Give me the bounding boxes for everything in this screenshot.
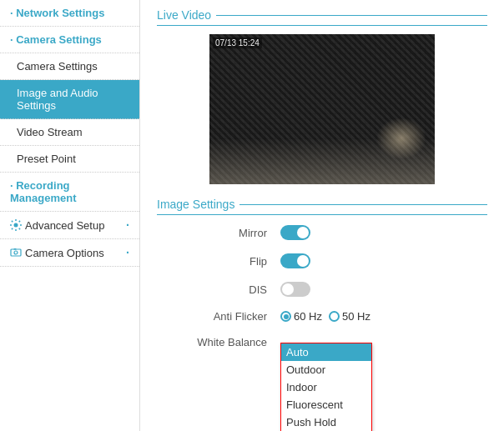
radio-50hz[interactable] xyxy=(329,311,340,322)
wb-option-auto[interactable]: Auto xyxy=(281,343,371,361)
flip-label: Flip xyxy=(172,255,280,268)
sidebar-item-advanced-setup[interactable]: Advanced Setup · xyxy=(0,212,139,239)
sidebar-item-preset-point[interactable]: Preset Point xyxy=(0,146,139,173)
expand-icon-cam: · xyxy=(126,246,129,259)
sidebar-item-image-audio-settings[interactable]: Image and Audio Settings xyxy=(0,80,139,119)
mirror-control xyxy=(280,225,472,240)
svg-point-0 xyxy=(14,223,18,228)
sidebar-item-video-stream[interactable]: Video Stream xyxy=(0,119,139,146)
sidebar-item-camera-options[interactable]: Camera Options · xyxy=(0,239,139,267)
wb-option-fluorescent[interactable]: Fluorescent xyxy=(281,396,371,413)
mirror-label: Mirror xyxy=(172,227,280,239)
anti-flicker-control: 60 Hz 50 Hz xyxy=(280,310,472,323)
video-highlight xyxy=(376,118,426,159)
white-balance-label: White Balance xyxy=(172,336,280,348)
main-content: Live Video 07/13 15:24 Image Settings Mi… xyxy=(140,0,504,431)
anti-flicker-row: Anti Flicker 60 Hz 50 Hz xyxy=(172,308,472,324)
sidebar-item-recording-management[interactable]: Recording Management xyxy=(0,173,139,212)
expand-icon: · xyxy=(126,218,129,232)
anti-flicker-label: Anti Flicker xyxy=(172,310,280,323)
camera-icon xyxy=(10,247,22,258)
mirror-row: Mirror xyxy=(172,223,472,242)
sidebar-item-label: Recording Management xyxy=(10,179,76,204)
sidebar-item-camera-settings[interactable]: Camera Settings xyxy=(0,53,139,80)
sidebar-item-camera-settings-header[interactable]: Camera Settings xyxy=(0,27,139,53)
sidebar-item-label: Camera Options xyxy=(25,247,104,259)
anti-flicker-60hz-option[interactable]: 60 Hz xyxy=(280,310,322,323)
svg-point-2 xyxy=(14,251,18,254)
anti-flicker-radio-group: 60 Hz 50 Hz xyxy=(280,310,370,323)
dis-toggle[interactable] xyxy=(280,282,310,297)
sidebar-item-label: Image and Audio Settings xyxy=(17,87,98,112)
dis-toggle-knob xyxy=(282,283,294,295)
mirror-toggle-knob xyxy=(297,227,309,238)
wb-option-indoor[interactable]: Indoor xyxy=(281,378,371,396)
sidebar-item-network-settings[interactable]: Network Settings xyxy=(0,0,139,27)
dis-row: DIS xyxy=(172,280,472,298)
sidebar-item-label: Video Stream xyxy=(17,126,83,138)
flip-toggle-knob xyxy=(297,255,309,267)
radio-60hz-label: 60 Hz xyxy=(294,310,322,323)
sidebar-item-label: Camera Settings xyxy=(16,33,102,46)
white-balance-dropdown[interactable]: Auto Outdoor Indoor Fluorescent Push Hol… xyxy=(280,343,372,432)
flip-row: Flip xyxy=(172,252,472,270)
sidebar-item-label: Preset Point xyxy=(17,153,76,165)
sidebar: Network Settings Camera Settings Camera … xyxy=(0,0,140,431)
white-balance-row: White Balance Auto Outdoor Indoor Fluore… xyxy=(172,334,472,350)
image-settings-title: Image Settings xyxy=(157,198,487,215)
live-video-title: Live Video xyxy=(157,8,487,26)
gear-icon xyxy=(10,219,22,231)
sidebar-item-label: Network Settings xyxy=(16,7,104,19)
svg-rect-3 xyxy=(14,248,17,250)
wb-option-outdoor[interactable]: Outdoor xyxy=(281,361,371,378)
dis-label: DIS xyxy=(172,283,280,296)
dis-control xyxy=(280,282,472,297)
live-video-box: 07/13 15:24 xyxy=(209,34,435,184)
sidebar-item-label: Camera Settings xyxy=(17,60,98,73)
svg-rect-1 xyxy=(11,249,21,256)
anti-flicker-50hz-option[interactable]: 50 Hz xyxy=(329,310,370,323)
mirror-toggle[interactable] xyxy=(280,225,310,240)
sidebar-item-label: Advanced Setup xyxy=(25,219,104,232)
image-settings-section: Image Settings Mirror Flip xyxy=(157,198,487,350)
flip-control xyxy=(280,253,472,268)
wb-option-push-hold[interactable]: Push Hold xyxy=(281,413,371,431)
radio-50hz-label: 50 Hz xyxy=(342,310,370,323)
settings-table: Mirror Flip DIS xyxy=(172,223,472,350)
flip-toggle[interactable] xyxy=(280,253,310,268)
radio-60hz[interactable] xyxy=(280,311,291,322)
live-video-feed: 07/13 15:24 xyxy=(209,34,435,184)
